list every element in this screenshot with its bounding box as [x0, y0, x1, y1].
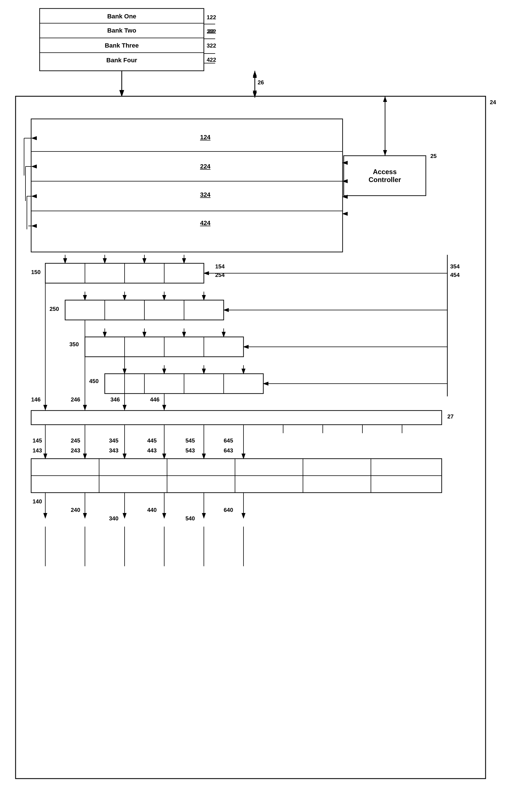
ref-246: 246	[71, 396, 80, 403]
row-424-label: 424	[99, 219, 312, 227]
ref-440: 440	[147, 507, 157, 513]
ref-145: 145	[32, 437, 42, 444]
ref-350: 350	[69, 341, 79, 348]
bank-one-label: Bank One	[57, 13, 187, 20]
ref-243: 243	[71, 447, 80, 454]
ref-27: 27	[447, 414, 454, 420]
svg-marker-32	[31, 224, 37, 228]
ref-450: 450	[89, 378, 99, 385]
diagram-container: 22 Bank One 122 Bank Two 222 Bank Three …	[0, 0, 532, 812]
svg-marker-10	[253, 71, 257, 76]
ref-354: 354	[450, 263, 460, 270]
svg-marker-11	[253, 91, 257, 96]
svg-marker-30	[31, 194, 37, 198]
svg-marker-125	[383, 96, 387, 102]
ref-26: 26	[258, 79, 264, 86]
svg-marker-121	[253, 92, 257, 98]
bank-four-label: Bank Four	[57, 57, 187, 64]
svg-marker-77	[83, 405, 87, 410]
svg-marker-75	[43, 405, 47, 410]
ref-146: 146	[31, 396, 41, 403]
ref-222: 222	[207, 28, 216, 35]
svg-marker-27	[31, 164, 37, 169]
bank-two-label: Bank Two	[57, 27, 187, 34]
ref-543: 543	[185, 447, 195, 454]
svg-rect-33	[45, 263, 204, 283]
svg-rect-42	[65, 300, 224, 320]
row-124-label: 124	[99, 134, 312, 141]
ref-250: 250	[49, 306, 59, 312]
ref-345: 345	[109, 437, 118, 444]
ref-254: 254	[215, 272, 225, 278]
svg-rect-12	[16, 96, 486, 779]
ref-540: 540	[185, 515, 195, 522]
ref-454: 454	[450, 272, 460, 278]
ref-445: 445	[147, 437, 157, 444]
ref-340: 340	[109, 515, 118, 522]
svg-marker-81	[162, 405, 166, 410]
access-controller-label: AccessController	[369, 168, 401, 184]
svg-marker-79	[123, 405, 127, 410]
row-224-label: 224	[99, 163, 312, 170]
ref-245: 245	[71, 437, 80, 444]
ref-150: 150	[31, 269, 41, 275]
svg-rect-73	[31, 410, 442, 425]
ref-143: 143	[32, 447, 42, 454]
ref-645: 645	[224, 437, 233, 444]
svg-marker-126	[383, 150, 387, 156]
ref-346: 346	[111, 396, 120, 403]
svg-marker-123	[120, 91, 124, 96]
row-324-label: 324	[99, 191, 312, 199]
ref-422: 422	[207, 57, 216, 63]
ref-140: 140	[32, 498, 42, 505]
ref-443: 443	[147, 447, 157, 454]
ref-25: 25	[430, 153, 436, 159]
ref-122: 122	[207, 14, 216, 21]
svg-rect-60	[105, 374, 263, 393]
ref-446: 446	[150, 396, 159, 403]
ref-154: 154	[215, 263, 225, 270]
ref-240: 240	[71, 507, 80, 513]
ref-343: 343	[109, 447, 118, 454]
svg-rect-82	[31, 459, 442, 493]
ref-322: 322	[207, 42, 216, 49]
ref-643: 643	[224, 447, 233, 454]
svg-marker-120	[253, 72, 257, 78]
diagram-svg	[0, 0, 532, 812]
svg-marker-24	[31, 136, 37, 140]
ref-545: 545	[185, 437, 195, 444]
ref-640: 640	[224, 507, 233, 513]
svg-rect-51	[85, 337, 244, 357]
ref-24: 24	[490, 99, 496, 106]
bank-three-label: Bank Three	[57, 42, 187, 49]
